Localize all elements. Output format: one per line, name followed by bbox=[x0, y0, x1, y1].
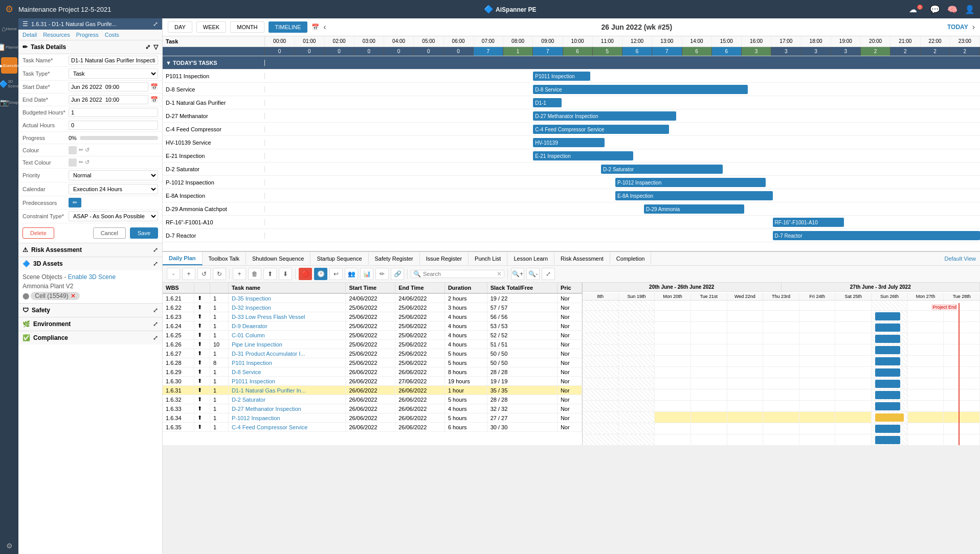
toolbar-zoom-out[interactable]: 🔍- bbox=[526, 268, 540, 280]
tab-lesson-learn[interactable]: Lesson Learn bbox=[507, 252, 554, 265]
table-row[interactable]: 1.6.23 ⬆ 1 D-33 Low Press Flash Vessel 2… bbox=[163, 312, 582, 321]
gantt-bar-d2[interactable]: D-2 Saturator bbox=[601, 165, 723, 174]
tab-completion[interactable]: Completion bbox=[610, 252, 652, 265]
compliance-header[interactable]: ✅ Compliance ⤢ bbox=[18, 331, 162, 344]
constraint-type-select[interactable]: ASAP - As Soon As Possible bbox=[69, 211, 158, 221]
colour-swatch[interactable] bbox=[69, 146, 77, 154]
table-row[interactable]: 1.6.21 ⬆ 1 D-35 Inspection 24/06/2022 24… bbox=[163, 293, 582, 303]
cell-task-name[interactable]: D-27 Methanator Inspection bbox=[228, 404, 346, 413]
end-date-calendar-icon[interactable]: 📅 bbox=[150, 96, 158, 103]
priority-select[interactable]: Normal bbox=[69, 170, 158, 180]
tab-progress[interactable]: Progress bbox=[76, 32, 99, 38]
messages-icon[interactable]: 💬 bbox=[930, 5, 940, 14]
toolbar-zoom-in[interactable]: 🔍+ bbox=[511, 268, 524, 280]
tab-detail[interactable]: Detail bbox=[23, 32, 37, 38]
toolbar-redo[interactable]: ↻ bbox=[213, 268, 226, 280]
cell-remove-icon[interactable]: ✕ bbox=[71, 292, 76, 299]
table-row[interactable]: 1.6.30 ⬆ 1 P1011 Inspection 26/06/2022 2… bbox=[163, 377, 582, 386]
cell-task-name[interactable]: C-4 Feed Compressor Service bbox=[228, 423, 346, 432]
cell-task-name[interactable]: P101 Inspection bbox=[228, 358, 346, 367]
toolbar-undo[interactable]: ↺ bbox=[197, 268, 211, 280]
cell-task-name[interactable]: P-1012 Inspaection bbox=[228, 413, 346, 423]
search-clear-icon[interactable]: ✕ bbox=[497, 270, 502, 278]
environment-header[interactable]: 🌿 Environment ⤢ bbox=[18, 317, 162, 331]
cell-task-name[interactable]: D1-1 Natural Gas Purifier In... bbox=[228, 386, 346, 395]
risk-assessment-header[interactable]: ⚠ Risk Assessment ⤢ bbox=[18, 243, 162, 257]
tab-safety-register[interactable]: Safety Register bbox=[369, 252, 420, 265]
toolbar-group[interactable]: 👥 bbox=[345, 268, 358, 280]
view-week-button[interactable]: WEEK bbox=[196, 21, 226, 33]
table-row[interactable]: 1.6.22 ⬆ 1 D-32 Inspection 25/06/2022 25… bbox=[163, 303, 582, 312]
expand-icon[interactable]: ⤢ bbox=[153, 20, 158, 28]
gantt-bar-e21[interactable]: E-21 Inspection bbox=[533, 151, 633, 160]
toolbar-critical[interactable]: 🔴 bbox=[299, 268, 312, 280]
sidebar-item-planning[interactable]: 📋Planning bbox=[1, 39, 17, 55]
search-input[interactable] bbox=[423, 271, 495, 277]
gantt-bar-p1011[interactable]: P1011 Inspection bbox=[533, 72, 590, 81]
tab-toolbox-talk[interactable]: Toolbox Talk bbox=[203, 252, 246, 265]
table-row[interactable]: 1.6.32 ⬆ 1 D-2 Saturator 26/06/2022 26/0… bbox=[163, 395, 582, 404]
delete-button[interactable]: Delete bbox=[23, 227, 54, 239]
budgeted-hours-input[interactable] bbox=[69, 108, 158, 117]
gantt-bar-p1012[interactable]: P-1012 Inspaection bbox=[615, 178, 766, 187]
sidebar-item-home[interactable]: ⌂Home bbox=[1, 20, 17, 37]
view-timeline-button[interactable]: TIMELINE bbox=[269, 21, 308, 33]
safety-header[interactable]: 🛡 Safety ⤢ bbox=[18, 304, 162, 317]
sidebar-item-snap[interactable]: 📷Snap bbox=[1, 94, 17, 110]
calendar-view-icon[interactable]: 📅 bbox=[311, 24, 319, 31]
table-row[interactable]: 1.6.34 ⬆ 1 P-1012 Inspaection 26/06/2022… bbox=[163, 413, 582, 423]
risk-expand-icon[interactable]: ⤢ bbox=[153, 246, 158, 253]
sidebar-item-execution[interactable]: ▶Execution bbox=[1, 57, 17, 74]
table-row[interactable]: 1.6.25 ⬆ 1 C-01 Column 25/06/2022 25/06/… bbox=[163, 331, 582, 340]
gantt-bar-d8[interactable]: D-8 Service bbox=[533, 85, 747, 94]
text-colour-swatch[interactable] bbox=[69, 158, 77, 167]
toolbar-clock[interactable]: 🕐 bbox=[314, 268, 327, 280]
table-row[interactable]: 1.6.35 ⬆ 1 C-4 Feed Compressor Service 2… bbox=[163, 423, 582, 432]
toolbar-chart[interactable]: 📊 bbox=[360, 268, 373, 280]
start-date-input[interactable] bbox=[69, 82, 148, 91]
tab-punch-list[interactable]: Punch List bbox=[469, 252, 507, 265]
cell-task-name[interactable]: D-2 Saturator bbox=[228, 395, 346, 404]
table-row[interactable]: 1.6.24 ⬆ 1 D-9 Deaerator 25/06/2022 25/0… bbox=[163, 321, 582, 331]
hamburger-icon[interactable]: ☰ bbox=[23, 20, 28, 28]
today-button[interactable]: TODAY bbox=[947, 24, 968, 31]
tab-startup-sequence[interactable]: Startup Sequence bbox=[310, 252, 368, 265]
toolbar-fit[interactable]: ⤢ bbox=[542, 268, 555, 280]
next-button[interactable]: › bbox=[972, 22, 975, 32]
cloud-icon[interactable]: ☁0 bbox=[909, 5, 923, 14]
colour-reset-icon[interactable]: ↺ bbox=[85, 147, 90, 153]
assets-3d-expand-icon[interactable]: ⤢ bbox=[153, 260, 158, 267]
table-row[interactable]: 1.6.31 ⬆ 1 D1-1 Natural Gas Purifier In.… bbox=[163, 386, 582, 395]
colour-edit-icon[interactable]: ✏ bbox=[79, 147, 83, 153]
cancel-button[interactable]: Cancel bbox=[93, 227, 126, 239]
default-view-button[interactable]: Default View bbox=[940, 256, 980, 262]
toolbar-plus[interactable]: + bbox=[182, 268, 195, 280]
toolbar-notes[interactable]: ✏ bbox=[375, 268, 389, 280]
tab-daily-plan[interactable]: Daily Plan bbox=[163, 252, 203, 265]
task-details-section[interactable]: ✏ Task Details ⤢ ▽ bbox=[18, 40, 162, 54]
gantt-bar-d29[interactable]: D-29 Ammonia bbox=[644, 204, 744, 214]
toolbar-refresh[interactable]: ↩ bbox=[329, 268, 343, 280]
cell-task-name[interactable]: D-31 Product Accumulator I... bbox=[228, 349, 346, 358]
collapse-details-icon[interactable]: ▽ bbox=[153, 43, 158, 51]
table-row[interactable]: 1.6.28 ⬆ 8 P101 Inspection 25/06/2022 25… bbox=[163, 358, 582, 367]
toolbar-delete[interactable]: 🗑 bbox=[248, 268, 261, 280]
tab-shutdown-sequence[interactable]: Shutdown Sequence bbox=[246, 252, 311, 265]
save-button[interactable]: Save bbox=[130, 227, 158, 239]
cell-task-name[interactable]: D-9 Deaerator bbox=[228, 321, 346, 331]
expand-details-icon[interactable]: ⤢ bbox=[145, 43, 150, 51]
gantt-bar-hv[interactable]: HV-10139 bbox=[533, 138, 605, 147]
gantt-bar-rf16[interactable]: RF-16"-F1001-A10 bbox=[773, 218, 844, 227]
user-icon[interactable]: 👤 bbox=[965, 5, 975, 14]
cell-task-name[interactable]: D-33 Low Press Flash Vessel bbox=[228, 312, 346, 321]
cell-task-name[interactable]: Pipe Line Inspection bbox=[228, 340, 346, 349]
start-date-calendar-icon[interactable]: 📅 bbox=[150, 83, 158, 90]
text-colour-reset-icon[interactable]: ↺ bbox=[85, 159, 90, 166]
safety-expand-icon[interactable]: ⤢ bbox=[153, 307, 158, 314]
environment-expand-icon[interactable]: ⤢ bbox=[153, 320, 158, 328]
table-row[interactable]: 1.6.33 ⬆ 1 D-27 Methanator Inspection 26… bbox=[163, 404, 582, 413]
cell-task-name[interactable]: D-32 Inspection bbox=[228, 303, 346, 312]
tab-resources[interactable]: Resources bbox=[43, 32, 70, 38]
enable-3d-link[interactable]: Enable 3D Scene bbox=[68, 273, 116, 281]
task-type-select[interactable]: Task bbox=[69, 68, 158, 79]
